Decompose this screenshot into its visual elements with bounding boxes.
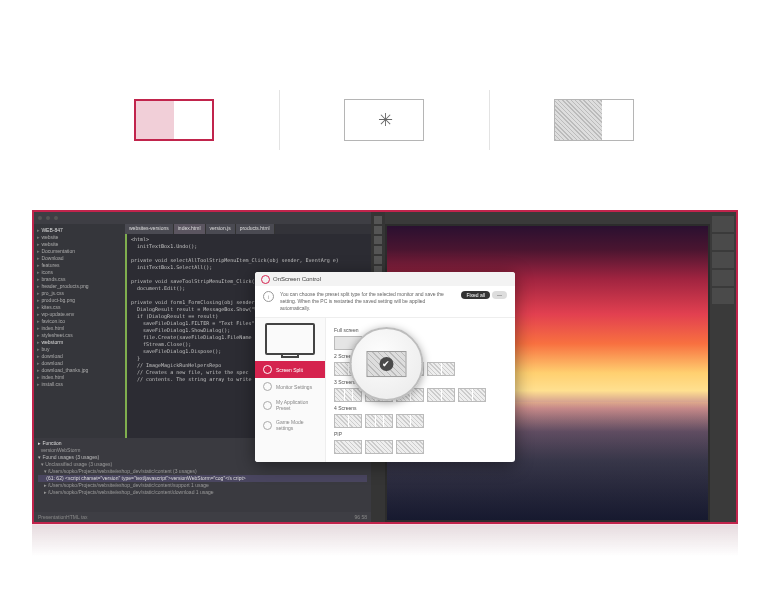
tree-item[interactable]: pro_js.css [37,290,122,297]
layout-2d[interactable] [427,362,455,376]
tree-item[interactable]: favicon.ico [37,318,122,325]
split-icon [134,99,214,141]
mode-tabs: ✳︎ [0,0,768,165]
magnifier-lens: ✔ [349,327,423,401]
game-icon [263,421,272,430]
tree-item[interactable]: Documentation [37,248,122,255]
spinner-icon: ✳︎ [344,99,424,141]
tree-root[interactable]: WEB-847 [37,227,122,234]
editor-topbar [385,212,710,224]
layout-3a[interactable] [334,388,362,402]
dialog-title: OnScreen Control [273,276,321,282]
info-icon: i [263,291,274,302]
editor-tab[interactable]: products.html [236,224,275,234]
sidebar-item-screen-split[interactable]: Screen Split [255,361,325,378]
footer-item[interactable]: Unclassified usage (3 usages) [45,461,112,467]
tree-item[interactable]: install.css [37,381,122,388]
layout-4a[interactable] [334,414,362,428]
editor-tab[interactable]: index.html [174,224,206,234]
lg-logo-icon [261,275,270,284]
tree-item[interactable]: download_thanks.jpg [37,367,122,374]
tool-icon[interactable] [374,236,382,244]
gear-icon [263,382,272,391]
panel[interactable] [712,288,734,304]
layout-3e[interactable] [458,388,486,402]
layout-4c[interactable] [396,414,424,428]
tree-item[interactable]: website [37,234,122,241]
layout-pip-a[interactable] [334,440,362,454]
sidebar-item-game-mode[interactable]: Game Mode settings [255,415,325,435]
app-stage: WEB-847 website website Documentation Do… [32,210,738,524]
monitor-icon [265,323,315,355]
footer-item[interactable]: /Users/sopko/Projects/website/eshop_dev/… [48,468,197,474]
section-label: PIP [334,431,507,437]
selected-layout-thumb[interactable]: ✔ [366,351,406,377]
tool-icon[interactable] [374,256,382,264]
tab-placeholder[interactable] [489,99,699,141]
sidebar-item-monitor-settings[interactable]: Monitor Settings [255,378,325,395]
project-tree[interactable]: WEB-847 website website Documentation Do… [34,224,125,438]
split-layouts-panel: Full screen 2 Screens 3 Screens [326,318,515,462]
status-left: PresentationHTML tax [38,514,88,520]
panel[interactable] [712,216,734,232]
dialog-sidebar: Screen Split Monitor Settings My Applica… [255,318,326,462]
panel[interactable] [712,270,734,286]
tab-split[interactable] [69,99,279,141]
tree-item[interactable]: index.html [37,374,122,381]
panel[interactable] [712,252,734,268]
tree-item[interactable]: website [37,241,122,248]
editor-tab[interactable]: websites-versions [125,224,174,234]
fixed-all-toggle[interactable]: Fixed all — [461,291,507,299]
sidebar-item-label: My Application Preset [276,399,317,411]
tab-loading[interactable]: ✳︎ [279,99,489,141]
tree-item[interactable]: Download [37,255,122,262]
sidebar-item-label: Game Mode settings [276,419,317,431]
toggle-on[interactable]: Fixed all [461,291,490,299]
status-right: 96 58 [354,514,367,520]
tree-item[interactable]: product-bg.png [37,297,122,304]
ide-titlebar [34,212,371,224]
sidebar-item-label: Screen Split [276,367,303,373]
section-label: 4 Screens [334,405,507,411]
tool-icon[interactable] [374,216,382,224]
tree-item[interactable]: download [37,353,122,360]
tree-item[interactable]: stylesheet.css [37,332,122,339]
tree-item[interactable]: features [37,262,122,269]
screen-split-icon [263,365,272,374]
sidebar-item-app-preset[interactable]: My Application Preset [255,395,325,415]
tree-item[interactable]: header_products.png [37,283,122,290]
tree-item[interactable]: webstorm [37,339,122,346]
placeholder-icon [554,99,634,141]
section-label: Full screen [334,327,507,333]
dialog-titlebar[interactable]: OnScreen Control [255,272,515,286]
layout-3d[interactable] [427,388,455,402]
ide-statusbar: PresentationHTML tax 96 58 [34,512,371,522]
layout-4b[interactable] [365,414,393,428]
found-usages-label: Found usages (3 usages) [42,454,99,460]
tree-item[interactable]: wp-update.env [37,311,122,318]
toggle-off[interactable]: — [492,291,507,299]
sidebar-item-label: Monitor Settings [276,384,312,390]
footer-item[interactable]: /Users/sopko/Projects/website/eshop_dev/… [48,489,214,495]
editor-tab[interactable]: version.js [206,224,236,234]
tree-item[interactable]: kites.css [37,304,122,311]
layout-pip-b[interactable] [365,440,393,454]
panels-dock[interactable] [710,212,736,522]
preset-icon [263,401,272,410]
check-icon: ✔ [379,357,393,371]
footer-item[interactable]: versionWebStorm [41,447,81,453]
tool-icon[interactable] [374,226,382,234]
tree-item[interactable]: buy [37,346,122,353]
tree-item[interactable]: brands.css [37,276,122,283]
tree-item[interactable]: index.html [37,325,122,332]
editor-tabs: websites-versions index.html version.js … [125,224,371,234]
tool-icon[interactable] [374,246,382,254]
tree-item[interactable]: download [37,360,122,367]
layout-pip-c[interactable] [396,440,424,454]
footer-item[interactable]: (61: 62) <script charset="version" type=… [46,475,245,481]
tree-item[interactable]: icons [37,269,122,276]
info-text: You can choose the preset split type for… [280,291,455,312]
footer-item[interactable]: /Users/sopko/Projects/website/eshop_dev/… [48,482,209,488]
panel[interactable] [712,234,734,250]
footer-section: Function [42,440,61,446]
